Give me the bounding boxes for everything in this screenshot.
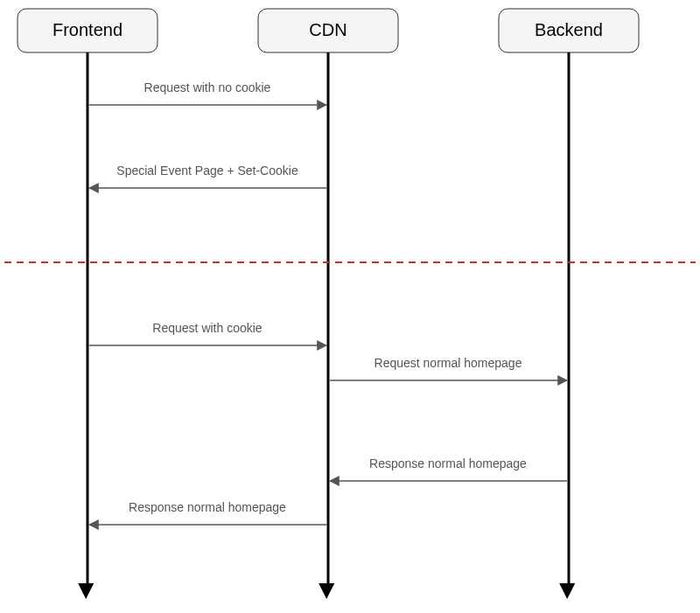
msg-label-1: Request with no cookie [144, 80, 271, 94]
participant-frontend-label: Frontend [52, 20, 122, 39]
msg-label-5: Response normal homepage [369, 456, 527, 470]
participant-backend-label: Backend [535, 20, 603, 39]
sequence-diagram: Frontend CDN Backend Request with no coo… [0, 0, 700, 613]
msg-label-3: Request with cookie [152, 321, 262, 335]
msg-label-4: Request normal homepage [374, 356, 522, 370]
participant-cdn-label: CDN [309, 20, 346, 39]
msg-label-2: Special Event Page + Set-Cookie [116, 164, 298, 178]
msg-label-6: Response normal homepage [129, 500, 286, 514]
